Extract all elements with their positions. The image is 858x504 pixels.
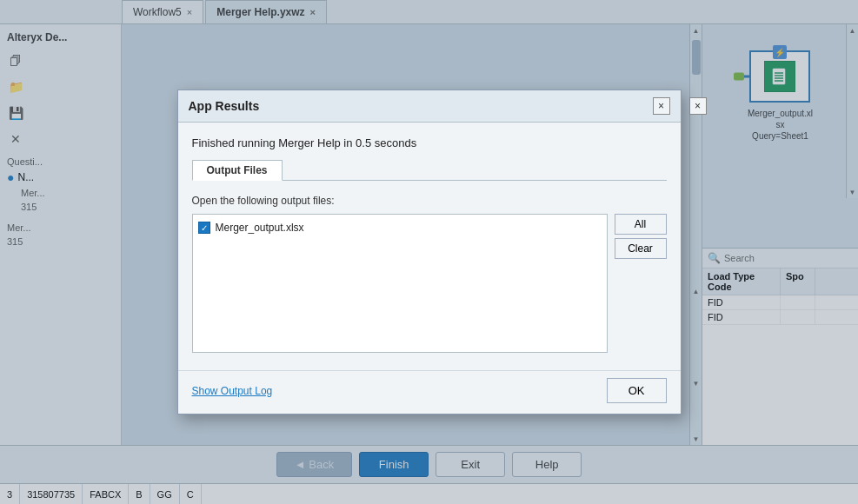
clear-button[interactable]: Clear [615, 238, 667, 259]
app-window: Workflow5 × Merger Help.yxwz × Alteryx D… [0, 0, 858, 504]
modal-side-close[interactable]: × [689, 97, 707, 115]
modal-overlay: × App Results × Finished running Merger … [0, 0, 858, 504]
show-output-log-link[interactable]: Show Output Log [192, 385, 273, 397]
modal-status: Finished running Merger Help in 0.5 seco… [192, 136, 667, 149]
modal-dialog: × App Results × Finished running Merger … [177, 90, 682, 414]
modal-close-button[interactable]: × [653, 97, 670, 115]
ok-button[interactable]: OK [607, 378, 667, 403]
modal-title: App Results [189, 99, 260, 113]
modal-tab-bar: Output Files [192, 160, 667, 181]
output-section: Open the following output files: ✓ Merge… [192, 195, 667, 353]
output-checkbox-1[interactable]: ✓ [198, 222, 210, 234]
output-buttons: All Clear [615, 214, 667, 353]
modal-tab-output-files[interactable]: Output Files [192, 160, 283, 181]
output-list-wrapper: ✓ Merger_output.xlsx All Clear [192, 214, 667, 353]
all-button[interactable]: All [615, 214, 667, 235]
output-file-list: ✓ Merger_output.xlsx [192, 214, 608, 353]
output-item-1[interactable]: ✓ Merger_output.xlsx [198, 220, 602, 235]
modal-titlebar: App Results × [178, 90, 681, 123]
output-section-label: Open the following output files: [192, 195, 667, 207]
modal-footer: Show Output Log OK [178, 370, 681, 414]
modal-body: Finished running Merger Help in 0.5 seco… [178, 123, 681, 367]
output-item-label-1: Merger_output.xlsx [216, 222, 304, 234]
